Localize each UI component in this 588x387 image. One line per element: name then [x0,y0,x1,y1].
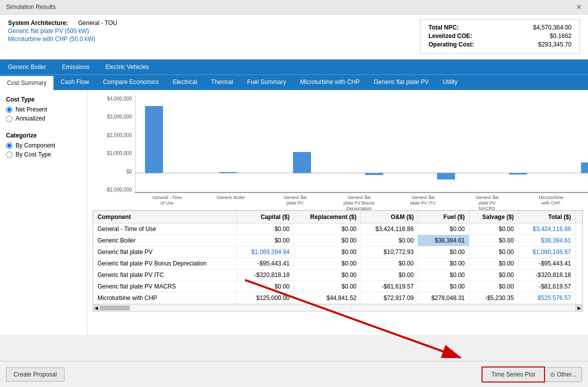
scroll-track-h[interactable] [100,304,576,311]
bar-microturbine [581,162,588,173]
tab-compare-economics[interactable]: Compare Economics [96,75,166,90]
title-bar: Simulation Results ✕ [0,0,588,14]
table-row: Generic flat plate PV Bonus Depreciation… [94,258,582,270]
table-header-row: Component Capital ($) Replacement ($) O&… [94,211,582,224]
nav-generic-boiler[interactable]: Generic Boiler [0,60,54,74]
col-fuel: Fuel ($) [418,211,469,224]
y-label-3m: $3,000,000 [107,114,132,120]
system-info: System Architecture: General - TOU Gener… [8,20,118,42]
tab-thermal[interactable]: Thermal [204,75,240,90]
window-title: Simulation Results [6,4,56,10]
by-cost-type-option[interactable]: By Cost Type [6,151,81,158]
row-component: Generic flat plate PV MACRS [94,281,237,292]
tab-microturbine[interactable]: Microturbine with CHP [293,75,366,90]
data-table: Component Capital ($) Replacement ($) O&… [93,210,582,304]
x-label-macrs: Generic flatplate PVMACRS [467,195,507,211]
net-present-option[interactable]: Net Present [6,106,81,113]
by-component-option[interactable]: By Component [6,142,81,149]
architecture-value: General - TOU [78,20,117,26]
col-om: O&M ($) [361,211,418,224]
close-button[interactable]: ✕ [576,3,582,11]
x-label-general-tou: General - Timeof Use [147,195,187,211]
time-series-plot-button[interactable]: Time Series Plot [482,366,546,382]
row-component: Generic flat plate PV [94,246,237,258]
annualized-radio[interactable] [6,116,12,122]
by-component-radio[interactable] [6,142,12,149]
bar-flat-plate-pv [293,152,311,173]
bar-itc [437,173,455,180]
y-label-0: $0 [126,169,132,174]
bar-bonus-dep [365,173,383,175]
col-capital: Capital ($) [236,211,294,224]
bar-general-tou [145,106,163,173]
x-label-generic-boiler: Generic Boiler [211,195,251,211]
scroll-left-btn[interactable]: ◀ [93,304,100,311]
row-component: General - Time of Use [94,224,237,235]
col-replacement: Replacement ($) [294,211,361,224]
tab-cash-flow[interactable]: Cash Flow [54,75,96,90]
by-cost-type-radio[interactable] [6,152,12,158]
create-proposal-button[interactable]: Create Proposal [6,368,64,382]
detail2: Microturbine with CHP (50.0 kW) [8,36,118,42]
table-row: Generic flat plate PV ITC -$320,818.18 $… [94,270,582,281]
operating-cost-label: Operating Cost: [428,41,474,48]
y-label-1m: $1,000,000 [107,150,132,156]
cost-summary-box: Total NPC: $4,570,364.00 Levelized COE: … [420,20,580,54]
other-button[interactable]: ⊙ Other... [545,367,582,382]
tab-cost-summary[interactable]: Cost Summary [0,75,54,90]
net-present-radio[interactable] [6,106,12,113]
categorize-section: Categorize By Component By Cost Type [6,132,81,158]
top-nav: Generic Boiler Emissions Electric Vehicl… [0,60,588,74]
tab-fuel-summary[interactable]: Fuel Summary [240,75,293,90]
cost-table: Component Capital ($) Replacement ($) O&… [92,210,583,304]
tab-electrical[interactable]: Electrical [166,75,204,90]
col-salvage: Salvage ($) [469,211,518,224]
sub-tabs: Cost Summary Cash Flow Compare Economics… [0,74,588,90]
bottom-bar: Create Proposal Time Series Plot ⊙ Other… [0,361,588,387]
x-label-flat-plate: Generic flatplate PV [275,195,315,211]
chart-area: $4,000,000 $3,000,000 $2,000,000 $1,000,… [88,90,588,335]
levelized-coe-value: $0.1662 [550,32,572,40]
table-row: General - Time of Use $0.00 $0.00 $3,424… [94,224,582,235]
row-component: Generic Boiler [94,235,237,246]
y-label-4m: $4,000,000 [107,96,132,102]
x-label-itc: Generic flatplate PV ITC [403,195,443,211]
cost-type-section: Cost Type Net Present Annualized [6,96,81,122]
bar-macrs [509,173,527,174]
table-row: Generic flat plate PV $1,069,394.94 $0.0… [94,246,582,258]
table-row: Generic flat plate PV MACRS $0.00 $0.00 … [94,281,582,292]
x-label-bonus-dep: Generic flatplate PV BonusDepreciation [339,195,379,211]
architecture-label: System Architecture: [8,20,68,26]
col-total: Total ($) [518,211,575,224]
row-component: Generic flat plate PV Bonus Depreciation [94,258,237,270]
total-npc-value: $4,570,364.00 [533,24,572,31]
bar-generic-boiler [219,172,237,173]
levelized-coe-label: Levelized COE: [428,32,472,40]
bar-chart: $4,000,000 $3,000,000 $2,000,000 $1,000,… [92,95,583,205]
bottom-right-buttons: Time Series Plot ⊙ Other... [482,366,582,382]
table-row: Generic Boiler $0.00 $0.00 $0.00 $38,384… [94,235,582,246]
categorize-label: Categorize [6,132,81,139]
main-content: Cost Type Net Present Annualized Categor… [0,90,588,335]
operating-cost-value: $293,345.70 [538,41,572,48]
chart-svg [135,95,588,210]
total-npc-label: Total NPC: [428,24,458,31]
info-section: System Architecture: General - TOU Gener… [0,14,588,60]
cost-type-label: Cost Type [6,96,81,103]
col-scroll [576,211,582,224]
y-label-neg1m: -$1,000,000 [106,187,132,192]
annualized-option[interactable]: Annualized [6,115,81,122]
detail1: Generic flat plate PV (500 kW) [8,28,118,34]
y-label-2m: $2,000,000 [107,132,132,138]
left-panel: Cost Type Net Present Annualized Categor… [0,90,88,335]
table-row: Microturbine with CHP $125,000.00 $44,84… [94,292,582,304]
nav-emissions[interactable]: Emissions [54,60,98,74]
scroll-right-btn[interactable]: ▶ [576,304,582,311]
tab-utility[interactable]: Utility [436,75,464,90]
nav-electric-vehicles[interactable]: Electric Vehicles [98,60,157,74]
x-label-microturbine: Microturbinewith CHP [531,195,571,211]
row-component: Microturbine with CHP [94,292,237,304]
tab-generic-flat-plate[interactable]: Generic flat plate PV [367,75,436,90]
col-component: Component [94,211,237,224]
row-component: Generic flat plate PV ITC [94,270,237,281]
